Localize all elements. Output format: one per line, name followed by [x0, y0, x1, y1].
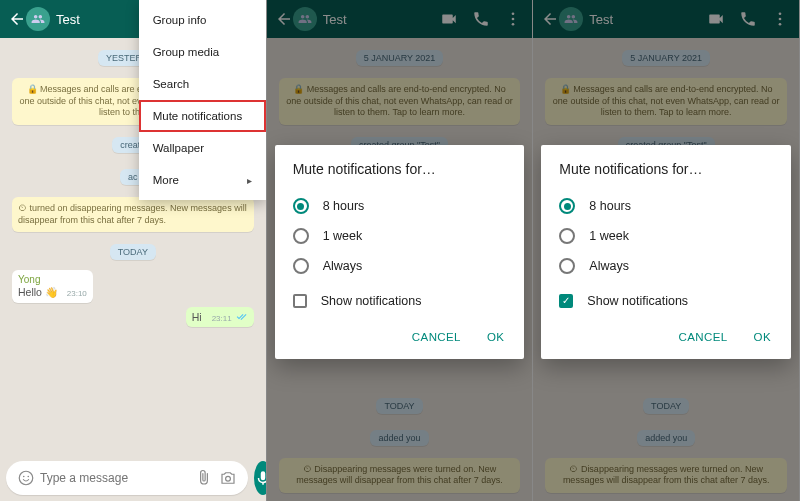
cancel-button[interactable]: CANCEL: [677, 325, 730, 349]
panel-dialog-unchecked: Test 5 JANUARY 2021 🔒 Messages and calls…: [267, 0, 534, 501]
option-1-week[interactable]: 1 week: [293, 221, 507, 251]
message-in[interactable]: Yong Hello 👋 23:10: [12, 270, 93, 303]
menu-wallpaper[interactable]: Wallpaper: [139, 132, 266, 164]
sender-name: Yong: [18, 274, 87, 285]
radio-icon: [293, 228, 309, 244]
panel-chat-with-menu: Test YESTERDAY 🔒 Messages and calls are …: [0, 0, 267, 501]
menu-group-media[interactable]: Group media: [139, 36, 266, 68]
option-8-hours[interactable]: 8 hours: [293, 191, 507, 221]
radio-icon: [293, 258, 309, 274]
menu-search[interactable]: Search: [139, 68, 266, 100]
option-1-week[interactable]: 1 week: [559, 221, 773, 251]
message-text: Hi: [192, 311, 202, 323]
date-today: TODAY: [110, 244, 156, 260]
chevron-right-icon: ▸: [247, 175, 252, 186]
input-bar: [0, 455, 266, 501]
menu-mute-notifications[interactable]: Mute notifications: [139, 100, 266, 132]
svg-point-1: [23, 476, 25, 478]
camera-icon[interactable]: [218, 468, 238, 488]
radio-icon: [559, 228, 575, 244]
message-text: Hello 👋: [18, 286, 58, 298]
message-input[interactable]: [38, 470, 192, 486]
show-notifications-checkbox[interactable]: Show notifications: [293, 287, 507, 315]
read-tick-icon: [236, 311, 248, 323]
option-always[interactable]: Always: [559, 251, 773, 281]
option-8-hours[interactable]: 8 hours: [559, 191, 773, 221]
back-icon[interactable]: [8, 10, 26, 28]
overflow-menu: Group info Group media Search Mute notif…: [139, 0, 266, 200]
message-time: 23:11: [212, 314, 232, 323]
emoji-icon[interactable]: [16, 468, 36, 488]
checkbox-icon: [559, 294, 573, 308]
radio-icon: [293, 198, 309, 214]
mute-dialog: Mute notifications for… 8 hours 1 week A…: [541, 145, 791, 359]
disappearing-notice: ⏲ turned on disappearing messages. New m…: [12, 197, 254, 232]
mute-dialog: Mute notifications for… 8 hours 1 week A…: [275, 145, 525, 359]
ok-button[interactable]: OK: [752, 325, 773, 349]
show-notifications-checkbox[interactable]: Show notifications: [559, 287, 773, 315]
dialog-title: Mute notifications for…: [559, 161, 773, 177]
checkbox-icon: [293, 294, 307, 308]
svg-point-2: [27, 476, 29, 478]
radio-icon: [559, 258, 575, 274]
menu-more[interactable]: More▸: [139, 164, 266, 196]
option-always[interactable]: Always: [293, 251, 507, 281]
avatar[interactable]: [26, 7, 50, 31]
radio-icon: [559, 198, 575, 214]
message-out[interactable]: Hi 23:11: [186, 307, 254, 327]
mic-button[interactable]: [254, 461, 267, 495]
menu-group-info[interactable]: Group info: [139, 4, 266, 36]
svg-point-3: [226, 476, 231, 481]
panel-dialog-checked: Test 5 JANUARY 2021 🔒 Messages and calls…: [533, 0, 800, 501]
message-time: 23:10: [67, 289, 87, 298]
ok-button[interactable]: OK: [485, 325, 506, 349]
svg-point-0: [19, 471, 33, 485]
attach-icon[interactable]: [194, 468, 214, 488]
cancel-button[interactable]: CANCEL: [410, 325, 463, 349]
message-input-pill: [6, 461, 248, 495]
dialog-title: Mute notifications for…: [293, 161, 507, 177]
